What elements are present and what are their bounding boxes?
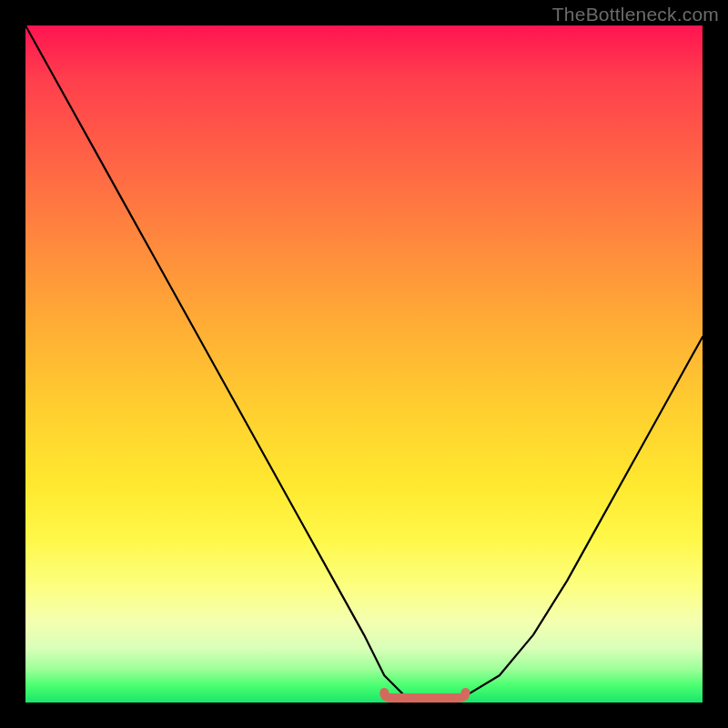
curve-svg (25, 25, 703, 703)
bottleneck-curve-path (25, 25, 703, 703)
plot-area (25, 25, 703, 703)
optimal-zone-path (384, 693, 465, 698)
watermark-text: TheBottleneck.com (552, 4, 719, 25)
chart-frame: TheBottleneck.com (0, 0, 728, 728)
